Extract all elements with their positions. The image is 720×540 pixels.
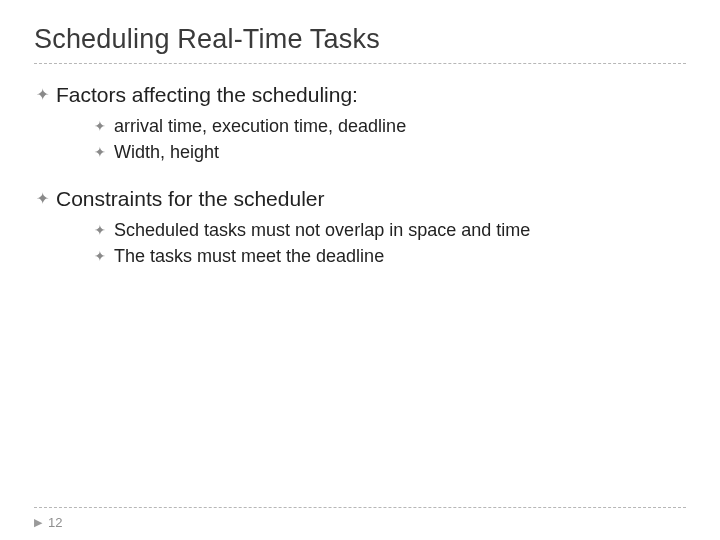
list-item-text: arrival time, execution time, deadline xyxy=(114,114,406,138)
list-item: ✦ The tasks must meet the deadline xyxy=(94,244,686,268)
list-item-text: Factors affecting the scheduling: xyxy=(56,82,358,108)
list-item-text: Scheduled tasks must not overlap in spac… xyxy=(114,218,530,242)
list-item-text: The tasks must meet the deadline xyxy=(114,244,384,268)
list-item: ✦ Width, height xyxy=(94,140,686,164)
bullet-icon: ✦ xyxy=(94,218,114,242)
content-area: ✦ Factors affecting the scheduling: ✦ ar… xyxy=(34,82,686,268)
bullet-icon: ✦ xyxy=(34,186,56,212)
list-item: ✦ Constraints for the scheduler xyxy=(34,186,686,212)
slide-title: Scheduling Real-Time Tasks xyxy=(34,24,686,55)
sublist: ✦ Scheduled tasks must not overlap in sp… xyxy=(94,218,686,268)
title-divider xyxy=(34,63,686,64)
page-number: 12 xyxy=(48,515,62,530)
list-item-text: Constraints for the scheduler xyxy=(56,186,324,212)
list-item: ✦ Factors affecting the scheduling: xyxy=(34,82,686,108)
list-item: ✦ Scheduled tasks must not overlap in sp… xyxy=(94,218,686,242)
slide: Scheduling Real-Time Tasks ✦ Factors aff… xyxy=(0,0,720,540)
list-item: ✦ arrival time, execution time, deadline xyxy=(94,114,686,138)
bullet-icon: ✦ xyxy=(94,114,114,138)
bullet-icon: ✦ xyxy=(34,82,56,108)
footer: ▶ 12 xyxy=(34,515,62,530)
arrow-icon: ▶ xyxy=(34,517,42,528)
list-item-text: Width, height xyxy=(114,140,219,164)
sublist: ✦ arrival time, execution time, deadline… xyxy=(94,114,686,164)
footer-divider xyxy=(34,507,686,508)
bullet-icon: ✦ xyxy=(94,140,114,164)
bullet-icon: ✦ xyxy=(94,244,114,268)
